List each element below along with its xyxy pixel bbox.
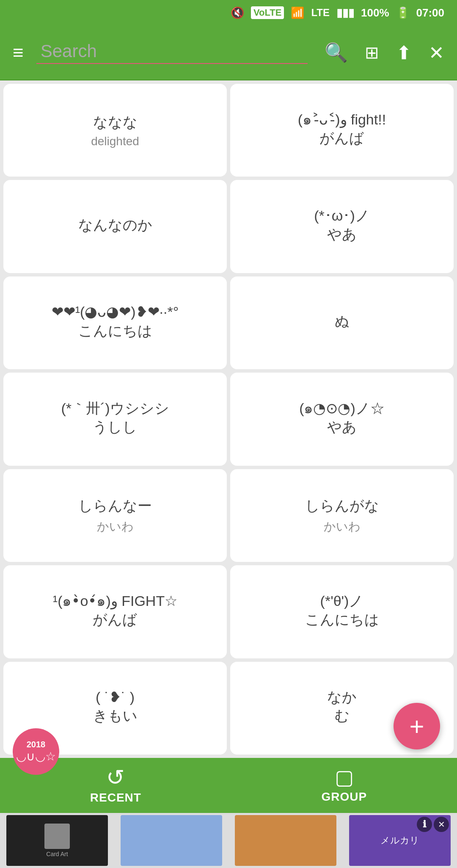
battery-label: 100% bbox=[361, 6, 389, 19]
card-main-text: ぬ bbox=[335, 312, 350, 330]
card-item[interactable]: なんなのか bbox=[3, 180, 227, 273]
grid-icon[interactable]: ⊞ bbox=[365, 43, 379, 62]
card-main-text: なか む bbox=[327, 688, 357, 725]
avatar-emoji: ◡∪◡☆ bbox=[16, 749, 56, 763]
card-main-text: なんなのか bbox=[78, 216, 152, 234]
time-label: 07:00 bbox=[416, 6, 445, 19]
fab-button[interactable]: + bbox=[394, 703, 440, 749]
card-main-text: ❤❤¹(◕ᴗ◕❤)❥❤··*° こんにちは bbox=[52, 302, 179, 340]
recent-label: RECENT bbox=[90, 791, 141, 804]
search-container bbox=[36, 41, 308, 64]
card-main-text: (*･ω･)ノ やあ bbox=[314, 206, 369, 243]
card-main-text: ¹(๑•̀o•́๑)ﻭ FIGHT☆ がんば bbox=[53, 592, 177, 629]
ad-banner: Card Art メルカリ ℹ ✕ bbox=[0, 813, 457, 868]
signal-icon: ▮▮▮ bbox=[336, 6, 354, 19]
card-item[interactable]: ぬ bbox=[230, 276, 454, 369]
menu-icon[interactable]: ≡ bbox=[13, 43, 24, 62]
group-icon: ▢ bbox=[335, 767, 354, 788]
battery-icon: 🔋 bbox=[396, 6, 410, 19]
ad-info-icon[interactable]: ℹ bbox=[417, 817, 432, 832]
cards-grid: なななdelighted(๑˃̵ᴗ˂̵)ﻭ fight!! がんばなんなのか(*… bbox=[0, 80, 457, 758]
ad-thumb-2[interactable] bbox=[121, 815, 222, 866]
card-sub-text: delighted bbox=[91, 135, 139, 148]
avatar-year: 2018 bbox=[27, 740, 46, 749]
nav-recent[interactable]: ↺ RECENT bbox=[90, 766, 141, 804]
status-bar: 🔇 VoLTE 📶 LTE ▮▮▮ 100% 🔋 07:00 bbox=[0, 0, 457, 25]
bottom-nav: ↺ RECENT ▢ GROUP bbox=[0, 758, 457, 813]
card-item[interactable]: (*｀卅´)ウシシシ うしし bbox=[3, 373, 227, 465]
upload-icon[interactable]: ⬆ bbox=[396, 42, 412, 64]
card-sub-text: かいわ bbox=[97, 519, 134, 535]
volte-badge: VoLTE bbox=[251, 6, 284, 19]
group-label: GROUP bbox=[322, 790, 367, 804]
card-main-text: (๑◔⊙◔)ノ☆ やあ bbox=[299, 399, 385, 436]
card-item[interactable]: ❤❤¹(◕ᴗ◕❤)❥❤··*° こんにちは bbox=[3, 276, 227, 369]
search-input[interactable] bbox=[36, 41, 308, 61]
fab-plus-icon: + bbox=[409, 712, 424, 741]
card-main-text: しらんなー bbox=[78, 496, 152, 515]
card-item[interactable]: (*'θ')ノ こんにちは bbox=[230, 565, 454, 658]
ad-thumb-1[interactable]: Card Art bbox=[6, 815, 108, 866]
card-item[interactable]: (๑◔⊙◔)ノ☆ やあ bbox=[230, 373, 454, 465]
card-item[interactable]: しらんがなかいわ bbox=[230, 469, 454, 562]
lte-label: LTE bbox=[311, 7, 330, 19]
card-main-text: しらんがな bbox=[305, 496, 379, 515]
mute-icon: 🔇 bbox=[231, 6, 244, 19]
toolbar: ≡ 🔍 ⊞ ⬆ ✕ bbox=[0, 25, 457, 80]
wifi-icon: 📶 bbox=[291, 6, 304, 19]
card-item[interactable]: (*･ω･)ノ やあ bbox=[230, 180, 454, 273]
nav-group[interactable]: ▢ GROUP bbox=[322, 767, 367, 804]
card-item[interactable]: ¹(๑•̀o•́๑)ﻭ FIGHT☆ がんば bbox=[3, 565, 227, 658]
card-main-text: (๑˃̵ᴗ˂̵)ﻭ fight!! がんば bbox=[298, 110, 386, 147]
ad-thumb-3[interactable] bbox=[235, 815, 336, 866]
ad-close-icon[interactable]: ✕ bbox=[434, 817, 449, 832]
card-item[interactable]: (๑˃̵ᴗ˂̵)ﻭ fight!! がんば bbox=[230, 84, 454, 177]
card-main-text: ななな bbox=[93, 113, 138, 131]
card-item[interactable]: なななdelighted bbox=[3, 84, 227, 177]
card-main-text: ( ˙❥˙ ) きもい bbox=[93, 688, 138, 725]
card-main-text: (*｀卅´)ウシシシ うしし bbox=[61, 399, 169, 436]
search-icon[interactable]: 🔍 bbox=[325, 41, 348, 64]
avatar-badge[interactable]: 2018 ◡∪◡☆ bbox=[13, 728, 59, 775]
card-sub-text: かいわ bbox=[324, 519, 361, 535]
card-item[interactable]: しらんなーかいわ bbox=[3, 469, 227, 562]
close-icon[interactable]: ✕ bbox=[429, 42, 444, 64]
recent-icon: ↺ bbox=[106, 766, 125, 788]
ad-thumb-4[interactable]: メルカリ ℹ ✕ bbox=[349, 815, 451, 866]
card-main-text: (*'θ')ノ こんにちは bbox=[305, 592, 379, 629]
